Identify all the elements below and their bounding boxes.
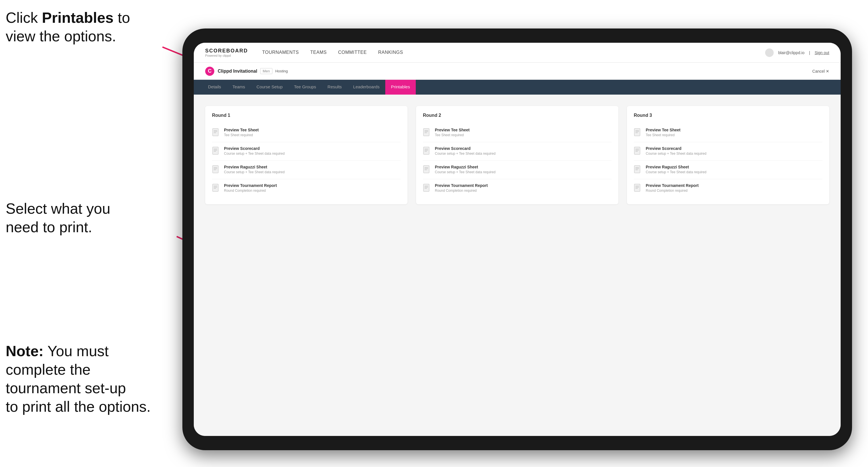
document-icon-2	[212, 147, 220, 156]
top-nav: SCOREBOARD Powered by clippd TOURNAMENTS…	[194, 43, 841, 63]
doc-r3-1	[634, 128, 642, 138]
doc-r3-2	[634, 147, 642, 156]
svg-rect-12	[213, 165, 218, 173]
svg-rect-36	[634, 128, 640, 136]
nav-rankings[interactable]: RANKINGS	[378, 49, 403, 57]
brand-name: SCOREBOARD	[205, 48, 248, 54]
round2-raguzzi-sub: Course setup + Tee Sheet data required	[435, 170, 496, 174]
tab-bar: Details Teams Course Setup Tee Groups Re…	[194, 80, 841, 95]
svg-rect-8	[213, 147, 218, 154]
round2-scorecard-title: Preview Scorecard	[435, 146, 496, 151]
round1-scorecard[interactable]: Preview Scorecard Course setup + Tee She…	[212, 142, 401, 161]
round2-raguzzi[interactable]: Preview Raguzzi Sheet Course setup + Tee…	[423, 161, 612, 179]
round1-report-title: Preview Tournament Report	[224, 183, 277, 188]
svg-rect-32	[424, 184, 429, 191]
tablet-frame: SCOREBOARD Powered by clippd TOURNAMENTS…	[182, 29, 852, 450]
document-icon-3	[212, 165, 220, 175]
user-email: blair@clippd.io	[778, 51, 804, 55]
user-avatar	[765, 49, 774, 57]
round3-tournament-report[interactable]: Preview Tournament Report Round Completi…	[634, 179, 823, 197]
instruction-bottom: Note: You mustcomplete thetournament set…	[6, 342, 151, 416]
doc-r2-1	[423, 128, 431, 138]
rounds-container: Round 1 Preview Tee Sheet Tee Sheet requ…	[205, 106, 829, 204]
nav-teams[interactable]: TEAMS	[310, 49, 327, 57]
tab-course-setup[interactable]: Course Setup	[251, 80, 288, 95]
tab-tee-groups[interactable]: Tee Groups	[288, 80, 322, 95]
round1-tee-sheet[interactable]: Preview Tee Sheet Tee Sheet required	[212, 124, 401, 142]
brand-sub: Powered by clippd	[205, 54, 248, 57]
round3-tee-sheet-title: Preview Tee Sheet	[646, 128, 681, 132]
document-icon-4	[212, 184, 220, 193]
round2-report-title: Preview Tournament Report	[435, 183, 488, 188]
round-1-column: Round 1 Preview Tee Sheet Tee Sheet requ…	[205, 106, 407, 204]
round2-tee-sheet-sub: Tee Sheet required	[435, 133, 470, 137]
tab-details[interactable]: Details	[202, 80, 227, 95]
svg-rect-44	[634, 165, 640, 173]
round3-raguzzi[interactable]: Preview Raguzzi Sheet Course setup + Tee…	[634, 161, 823, 179]
round3-scorecard-sub: Course setup + Tee Sheet data required	[646, 152, 706, 156]
svg-rect-20	[424, 128, 429, 136]
round3-raguzzi-sub: Course setup + Tee Sheet data required	[646, 170, 706, 174]
round1-tee-sheet-title: Preview Tee Sheet	[224, 128, 259, 132]
doc-r3-4	[634, 184, 642, 193]
tab-printables[interactable]: Printables	[385, 80, 416, 95]
round2-tournament-report[interactable]: Preview Tournament Report Round Completi…	[423, 179, 612, 197]
instruction-mid: Select what youneed to print.	[6, 199, 110, 237]
doc-r3-3	[634, 165, 642, 175]
round-2-title: Round 2	[423, 113, 612, 118]
round2-tee-sheet-title: Preview Tee Sheet	[435, 128, 470, 132]
round2-report-sub: Round Completion required	[435, 189, 488, 193]
cancel-button[interactable]: Cancel ✕	[812, 69, 829, 73]
round3-raguzzi-title: Preview Raguzzi Sheet	[646, 165, 706, 169]
tab-leaderboards[interactable]: Leaderboards	[347, 80, 385, 95]
svg-rect-40	[634, 147, 640, 154]
sign-out-link[interactable]: Sign out	[815, 51, 829, 55]
round2-scorecard[interactable]: Preview Scorecard Course setup + Tee She…	[423, 142, 612, 161]
tournament-name: Clippd Invitational	[218, 69, 257, 74]
round3-report-sub: Round Completion required	[646, 189, 699, 193]
doc-r2-3	[423, 165, 431, 175]
nav-committee[interactable]: COMMITTEE	[338, 49, 367, 57]
round3-scorecard-title: Preview Scorecard	[646, 146, 706, 151]
round3-tee-sheet-sub: Tee Sheet required	[646, 133, 681, 137]
sub-header: C Clippd Invitational Men Hosting Cancel…	[194, 63, 841, 80]
round-3-title: Round 3	[634, 113, 823, 118]
tournament-logo: C	[205, 67, 214, 76]
brand: SCOREBOARD Powered by clippd	[205, 48, 248, 57]
round1-tee-sheet-sub: Tee Sheet required	[224, 133, 259, 137]
svg-rect-16	[213, 184, 218, 191]
svg-rect-4	[213, 128, 218, 136]
round2-raguzzi-title: Preview Raguzzi Sheet	[435, 165, 496, 169]
round1-scorecard-sub: Course setup + Tee Sheet data required	[224, 152, 285, 156]
round-1-title: Round 1	[212, 113, 401, 118]
round1-raguzzi-sub: Course setup + Tee Sheet data required	[224, 170, 285, 174]
printables-bold: Printables	[42, 9, 114, 26]
doc-r2-4	[423, 184, 431, 193]
document-icon	[212, 128, 220, 138]
tournament-badge: Men	[260, 68, 272, 74]
separator: |	[809, 51, 810, 55]
doc-r2-2	[423, 147, 431, 156]
round2-scorecard-sub: Course setup + Tee Sheet data required	[435, 152, 496, 156]
round-3-column: Round 3 Preview Tee Sheet Tee Sheet requ…	[627, 106, 829, 204]
round1-report-sub: Round Completion required	[224, 189, 277, 193]
tab-teams[interactable]: Teams	[227, 80, 251, 95]
round-2-column: Round 2 Preview Tee Sheet Tee Sheet requ…	[416, 106, 618, 204]
round3-tee-sheet[interactable]: Preview Tee Sheet Tee Sheet required	[634, 124, 823, 142]
top-nav-links: TOURNAMENTS TEAMS COMMITTEE RANKINGS	[262, 49, 765, 57]
tablet-screen: SCOREBOARD Powered by clippd TOURNAMENTS…	[194, 43, 841, 436]
nav-tournaments[interactable]: TOURNAMENTS	[262, 49, 299, 57]
instruction-top: Click Printables toview the options.	[6, 8, 130, 45]
tab-results[interactable]: Results	[322, 80, 347, 95]
content-area: Round 1 Preview Tee Sheet Tee Sheet requ…	[194, 95, 841, 436]
round1-tournament-report[interactable]: Preview Tournament Report Round Completi…	[212, 179, 401, 197]
round1-raguzzi[interactable]: Preview Raguzzi Sheet Course setup + Tee…	[212, 161, 401, 179]
svg-rect-48	[634, 184, 640, 191]
round3-scorecard[interactable]: Preview Scorecard Course setup + Tee She…	[634, 142, 823, 161]
svg-rect-28	[424, 165, 429, 173]
svg-rect-24	[424, 147, 429, 154]
sub-header-right: Cancel ✕	[812, 69, 829, 73]
round1-scorecard-title: Preview Scorecard	[224, 146, 285, 151]
top-nav-right: blair@clippd.io | Sign out	[765, 49, 829, 57]
round2-tee-sheet[interactable]: Preview Tee Sheet Tee Sheet required	[423, 124, 612, 142]
